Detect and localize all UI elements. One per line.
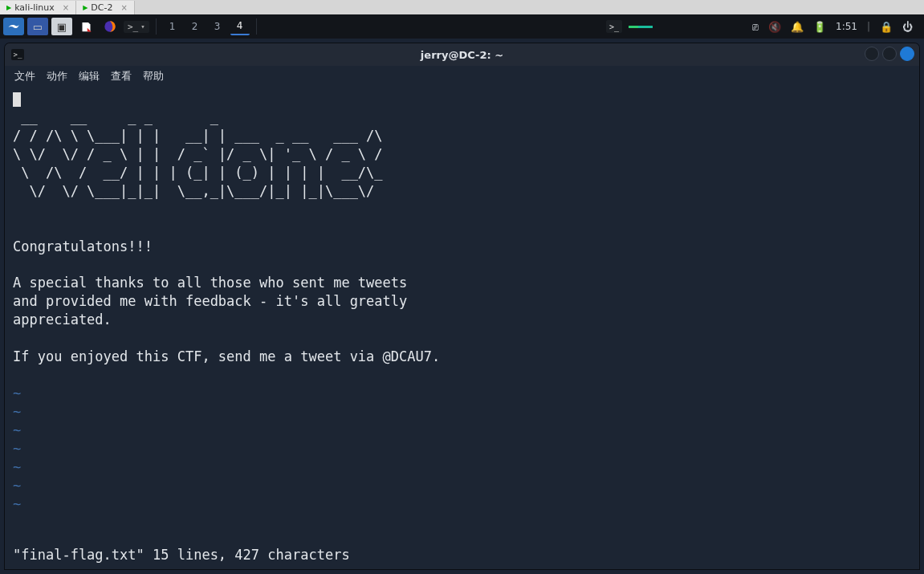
titlebar[interactable]: >_ jerry@DC-2: ~: [5, 43, 919, 66]
menu-view[interactable]: 查看: [111, 69, 132, 83]
display-icon[interactable]: ⎚: [752, 21, 759, 33]
terminal-body[interactable]: __ __ _ _ _ / / /\ \ \___| | | __| | ___…: [5, 87, 919, 569]
files-icon[interactable]: ▣: [51, 18, 72, 35]
vi-tilde: ~: [13, 385, 21, 401]
play-icon: ▶: [6, 4, 11, 11]
thanks-line-3: appreciated.: [13, 311, 112, 328]
lock-icon[interactable]: 🔒: [880, 21, 893, 33]
resource-meter: [629, 26, 653, 28]
window-title: jerry@DC-2: ~: [5, 49, 919, 61]
vi-tilde: ~: [13, 404, 21, 420]
vi-tilde: ~: [13, 496, 21, 512]
close-button[interactable]: [900, 47, 914, 61]
kali-menu-icon[interactable]: [3, 18, 24, 35]
chevron-down-icon[interactable]: ▾: [140, 22, 145, 31]
firefox-icon[interactable]: [100, 18, 120, 35]
notifications-icon[interactable]: 🔔: [791, 21, 804, 33]
vi-tilde: ~: [13, 441, 21, 457]
vi-tilde: ~: [13, 478, 21, 494]
menu-help[interactable]: 帮助: [143, 69, 164, 83]
running-terminal-indicator[interactable]: >_: [606, 20, 622, 33]
workspace-3[interactable]: 3: [208, 18, 227, 35]
vm-tab-strip: ▶ kali-linux × ▶ DC-2 ×: [0, 0, 924, 14]
menu-file[interactable]: 文件: [14, 69, 35, 83]
show-desktop-icon[interactable]: ▭: [27, 18, 48, 35]
tray-separator: |: [867, 21, 870, 32]
menu-actions[interactable]: 动作: [47, 69, 67, 83]
minimize-button[interactable]: [865, 47, 879, 61]
workspace-1[interactable]: 1: [163, 18, 182, 35]
tray: ⎚ 🔇 🔔 🔋 1:51 | 🔒 ⏻: [752, 21, 921, 33]
maximize-button[interactable]: [882, 47, 897, 61]
terminal-window: >_ jerry@DC-2: ~ 文件 动作 编辑 查看 帮助 __ __ _ …: [5, 43, 919, 569]
workspace-2[interactable]: 2: [185, 18, 205, 35]
power-icon[interactable]: ⏻: [902, 21, 913, 33]
vm-tab-label: kali-linux: [14, 2, 55, 13]
vi-tilde: ~: [13, 422, 21, 438]
congrats-line: Congratulatons!!!: [13, 238, 153, 254]
menubar: 文件 动作 编辑 查看 帮助: [5, 66, 919, 87]
vi-tilde: ~: [13, 459, 21, 475]
vm-tab-label: DC-2: [91, 2, 112, 13]
close-icon[interactable]: ×: [63, 3, 69, 12]
note-icon[interactable]: [75, 18, 96, 35]
ascii-art: __ __ _ _ _ / / /\ \ \___| | | __| | ___…: [13, 109, 383, 199]
battery-icon[interactable]: 🔋: [813, 21, 826, 33]
tweet-line: If you enjoyed this CTF, send me a tweet…: [13, 348, 440, 364]
terminal-icon: >_: [128, 22, 138, 32]
vm-tab-dc2[interactable]: ▶ DC-2 ×: [76, 1, 135, 14]
vi-status-line: "final-flag.txt" 15 lines, 427 character…: [13, 546, 350, 564]
close-icon[interactable]: ×: [120, 3, 127, 12]
separator: [256, 18, 257, 35]
clock[interactable]: 1:51: [836, 21, 857, 32]
thanks-line-1: A special thanks to all those who sent m…: [13, 275, 407, 291]
workspace-4[interactable]: 4: [230, 18, 250, 35]
cursor: [13, 92, 21, 107]
thanks-line-2: and provided me with feedback - it's all…: [13, 293, 407, 309]
taskbar: ▭ ▣ >_ ▾ 1 2 3 4 >_ ⎚ 🔇 🔔 🔋 1:51 | 🔒 ⏻: [0, 14, 924, 39]
sound-muted-icon[interactable]: 🔇: [768, 21, 781, 33]
vm-tab-kali[interactable]: ▶ kali-linux ×: [0, 1, 76, 14]
play-icon: ▶: [83, 4, 88, 11]
separator: [156, 18, 157, 35]
terminal-launcher[interactable]: >_ ▾: [124, 21, 149, 33]
menu-edit[interactable]: 编辑: [79, 69, 100, 83]
